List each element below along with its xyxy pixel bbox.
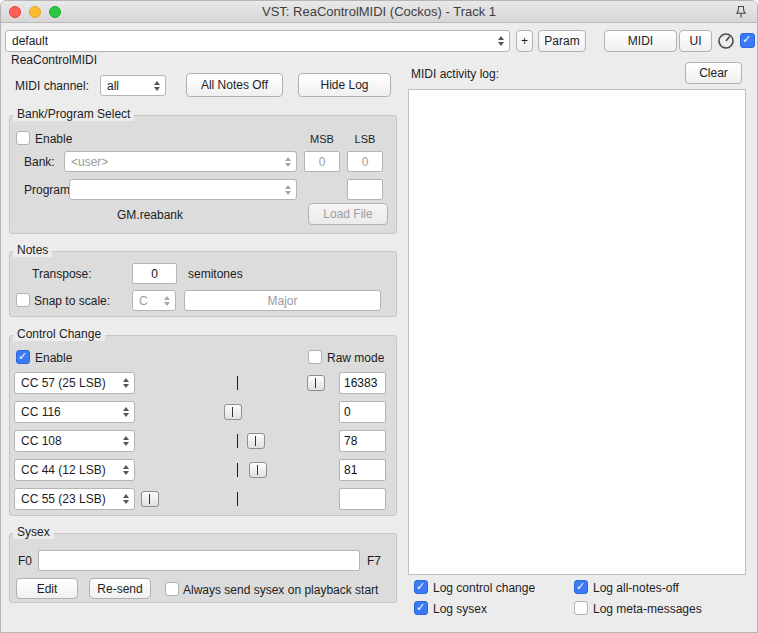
- cc-select-combo[interactable]: CC 116: [14, 401, 135, 423]
- log-meta-messages-checkbox[interactable]: [574, 601, 588, 615]
- sysex-f7-label: F7: [367, 554, 381, 568]
- slider-thumb[interactable]: [307, 375, 325, 391]
- wet-dry-knob[interactable]: [717, 32, 735, 50]
- bank-value: <user>: [71, 155, 108, 169]
- cc-enable-label: Enable: [35, 351, 72, 365]
- cc-slider[interactable]: [140, 430, 333, 452]
- sysex-f0-label: F0: [18, 554, 32, 568]
- always-send-sysex-checkbox[interactable]: [165, 582, 179, 596]
- clear-log-button[interactable]: Clear: [685, 62, 742, 84]
- log-sysex-checkbox[interactable]: [414, 601, 428, 615]
- notes-group: Notes Transpose: semitones Snap to scale…: [9, 251, 397, 317]
- bank-lsb-field: [347, 151, 383, 172]
- traffic-lights: [9, 6, 61, 18]
- combo-arrows-icon: [283, 152, 292, 171]
- transpose-label: Transpose:: [32, 267, 92, 281]
- program-combo: [69, 179, 297, 200]
- log-all-notes-off-label: Log all-notes-off: [593, 581, 679, 595]
- raw-mode-checkbox[interactable]: [308, 350, 322, 364]
- cc-value-field[interactable]: [339, 372, 386, 394]
- cc-select-value: CC 55 (23 LSB): [21, 492, 106, 506]
- cc-slider[interactable]: [140, 372, 333, 394]
- notes-group-label: Notes: [13, 243, 52, 257]
- sysex-message-field[interactable]: [38, 550, 360, 571]
- cc-value-field[interactable]: [339, 401, 386, 423]
- scale-root-value: C: [139, 294, 148, 308]
- cc-select-value: CC 57 (25 LSB): [21, 376, 106, 390]
- bank-combo: <user>: [64, 151, 297, 172]
- sysex-group: Sysex F0 F7 Edit Re-send Always send sys…: [9, 533, 397, 603]
- cc-value-field[interactable]: [339, 430, 386, 452]
- titlebar: VST: ReaControlMIDI (Cockos) - Track 1: [1, 1, 757, 23]
- bank-program-enable-checkbox[interactable]: [16, 131, 30, 145]
- midi-button[interactable]: MIDI: [604, 30, 677, 52]
- log-all-notes-off-checkbox[interactable]: [574, 580, 588, 594]
- ui-button[interactable]: UI: [679, 30, 712, 52]
- cc-slider[interactable]: [140, 401, 333, 423]
- log-control-change-checkbox[interactable]: [414, 580, 428, 594]
- snap-to-scale-checkbox[interactable]: [16, 293, 30, 307]
- lsb-header: LSB: [347, 133, 383, 145]
- midi-channel-label: MIDI channel:: [15, 79, 89, 93]
- minimize-button[interactable]: [29, 6, 41, 18]
- slider-center-tick: [237, 463, 238, 477]
- bank-program-group-label: Bank/Program Select: [13, 107, 134, 121]
- log-control-change-label: Log control change: [433, 581, 535, 595]
- scale-name-value: Major: [267, 294, 297, 308]
- combo-arrows-icon: [121, 402, 130, 422]
- cc-value-field[interactable]: [339, 459, 386, 481]
- all-notes-off-button[interactable]: All Notes Off: [186, 73, 283, 97]
- close-button[interactable]: [9, 6, 21, 18]
- hide-log-button[interactable]: Hide Log: [298, 73, 391, 97]
- zoom-button[interactable]: [49, 6, 61, 18]
- bank-program-group: Bank/Program Select Enable MSB LSB Bank:…: [9, 115, 397, 234]
- midi-activity-log-label: MIDI activity log:: [411, 67, 499, 81]
- cc-select-value: CC 116: [21, 405, 61, 419]
- slider-center-tick: [237, 376, 238, 390]
- msb-header: MSB: [304, 133, 340, 145]
- program-lsb-field: [347, 179, 383, 200]
- sysex-edit-button[interactable]: Edit: [16, 578, 78, 599]
- snap-to-scale-label: Snap to scale:: [34, 294, 110, 308]
- transpose-field[interactable]: [132, 263, 177, 284]
- combo-arrows-icon: [121, 489, 130, 509]
- cc-enable-checkbox[interactable]: [16, 350, 30, 364]
- slider-thumb[interactable]: [249, 462, 267, 478]
- cc-value-field[interactable]: [339, 488, 386, 510]
- bank-file-label: GM.reabank: [117, 208, 183, 222]
- cc-select-combo[interactable]: CC 44 (12 LSB): [14, 459, 135, 481]
- log-content: [409, 90, 745, 98]
- fx-enabled-checkbox[interactable]: [740, 33, 755, 48]
- add-preset-button[interactable]: +: [516, 30, 533, 52]
- pin-icon[interactable]: [734, 5, 748, 19]
- midi-channel-combo[interactable]: all: [100, 75, 166, 96]
- load-file-button: Load File: [308, 203, 388, 225]
- combo-arrows-icon: [121, 460, 130, 480]
- cc-slider[interactable]: [140, 488, 333, 510]
- slider-thumb[interactable]: [141, 491, 159, 507]
- slider-center-tick: [237, 492, 238, 506]
- preset-value: default: [12, 34, 48, 48]
- bank-msb-field: [304, 151, 340, 172]
- raw-mode-label: Raw mode: [327, 351, 384, 365]
- preset-combo[interactable]: default: [5, 30, 510, 52]
- preset-bar: default + Param MIDI UI: [1, 23, 757, 53]
- cc-select-combo[interactable]: CC 108: [14, 430, 135, 452]
- cc-slider[interactable]: [140, 459, 333, 481]
- slider-thumb[interactable]: [247, 433, 265, 449]
- log-meta-messages-label: Log meta-messages: [593, 602, 702, 616]
- param-button[interactable]: Param: [538, 30, 586, 52]
- sysex-resend-button[interactable]: Re-send: [89, 578, 151, 599]
- midi-activity-log-area: [408, 89, 746, 575]
- cc-select-combo[interactable]: CC 57 (25 LSB): [14, 372, 135, 394]
- bank-program-enable-label: Enable: [35, 132, 72, 146]
- bank-label: Bank:: [24, 155, 55, 169]
- combo-arrows-icon: [152, 76, 161, 95]
- slider-thumb[interactable]: [224, 404, 242, 420]
- cc-select-combo[interactable]: CC 55 (23 LSB): [14, 488, 135, 510]
- slider-center-tick: [237, 434, 238, 448]
- plugin-window: VST: ReaControlMIDI (Cockos) - Track 1 d…: [0, 0, 758, 633]
- control-change-group-label: Control Change: [13, 327, 105, 341]
- combo-arrows-icon: [283, 180, 292, 199]
- scale-root-combo: C: [132, 290, 176, 311]
